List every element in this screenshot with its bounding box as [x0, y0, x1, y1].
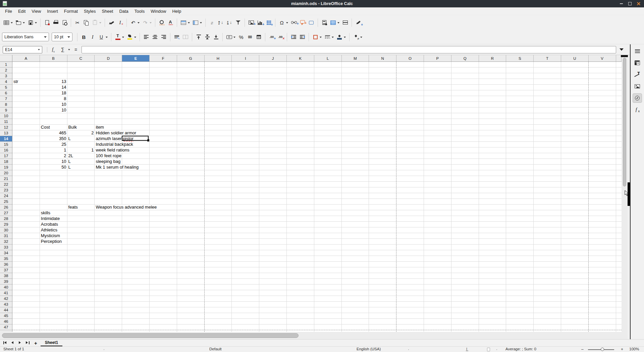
underline-dropdown[interactable] [106, 37, 108, 38]
row-header-40[interactable]: 40 [0, 284, 12, 290]
formula-icon[interactable]: = [74, 47, 77, 52]
row-header-32[interactable]: 32 [0, 239, 12, 245]
undo-button[interactable]: ↶ [129, 18, 141, 27]
row-header-26[interactable]: 26 [0, 205, 12, 210]
row-header-37[interactable]: 37 [0, 267, 12, 273]
row-header-30[interactable]: 30 [0, 227, 12, 233]
row-header-28[interactable]: 28 [0, 216, 12, 222]
row-header-21[interactable]: 21 [0, 176, 12, 182]
cell-B13[interactable]: 465 [40, 130, 67, 136]
format-currency-button[interactable] [225, 33, 236, 41]
row-header-9[interactable]: 9 [0, 107, 12, 113]
align-center-button[interactable] [151, 33, 159, 41]
freeze-panes-dropdown[interactable] [337, 22, 339, 24]
cell-B27[interactable]: skills [40, 210, 50, 216]
conditional-formatting-button[interactable] [352, 33, 363, 41]
row-header-35[interactable]: 35 [0, 256, 12, 262]
formula-input[interactable] [82, 46, 616, 53]
row-header-20[interactable]: 20 [0, 170, 12, 176]
draw-functions-button[interactable]: + [354, 18, 362, 27]
copy-button[interactable] [82, 18, 90, 27]
row-header-11[interactable]: 11 [0, 119, 12, 125]
column-header-V[interactable]: V [589, 55, 616, 61]
undo-dropdown[interactable] [138, 22, 140, 24]
row-header-42[interactable]: 42 [0, 296, 12, 302]
menu-tools[interactable]: Tools [131, 8, 148, 14]
center-vertically-button[interactable] [203, 33, 211, 41]
expand-formula-bar-icon[interactable] [620, 48, 624, 51]
column-header-L[interactable]: L [314, 55, 342, 61]
add-sheet-button[interactable]: + [34, 341, 37, 346]
row-header-18[interactable]: 18 [0, 159, 12, 165]
print-button[interactable] [52, 18, 60, 27]
cell-B12[interactable]: Cost [40, 125, 50, 130]
close-icon[interactable] [635, 1, 642, 7]
borders-dropdown[interactable] [320, 37, 322, 38]
chevron-down-icon[interactable] [68, 49, 70, 50]
menu-help[interactable]: Help [169, 8, 184, 14]
clear-formatting-button[interactable]: I [116, 18, 124, 27]
format-currency-dropdown[interactable] [233, 37, 235, 38]
fill-handle[interactable] [147, 139, 149, 141]
border-style-dropdown[interactable] [332, 37, 334, 38]
vertical-scrollbar-thumb[interactable] [623, 58, 626, 186]
cell-B5[interactable]: 14 [40, 85, 67, 90]
cell-B32[interactable]: Perception [40, 239, 62, 244]
column-header-K[interactable]: K [287, 55, 314, 61]
new-dropdown[interactable] [11, 22, 13, 24]
column-header-U[interactable]: U [561, 55, 589, 61]
zoom-slider-handle[interactable] [601, 348, 604, 351]
column-header-F[interactable]: F [150, 55, 177, 61]
sort-ascending-button[interactable] [217, 18, 225, 27]
cell-D17[interactable]: 100 feet rope [95, 153, 121, 159]
align-top-button[interactable] [195, 33, 203, 41]
row-header-36[interactable]: 36 [0, 262, 12, 267]
font-size-combo[interactable]: 10 pt [52, 33, 72, 41]
row-header-14[interactable]: 14 [0, 136, 12, 142]
row-header-4[interactable]: 4 [0, 79, 12, 85]
format-date-button[interactable] [255, 33, 263, 41]
menu-sheet[interactable]: Sheet [99, 8, 116, 14]
row-header-25[interactable]: 25 [0, 199, 12, 205]
row-header-2[interactable]: 2 [0, 68, 12, 73]
print-preview-button[interactable] [60, 18, 68, 27]
column-header-B[interactable]: B [40, 55, 67, 61]
cell-B28[interactable]: Intimidate [40, 216, 60, 221]
paste-button[interactable] [91, 18, 102, 27]
export-pdf-button[interactable] [43, 18, 51, 27]
cell-C18[interactable]: L [67, 159, 71, 164]
sheet-tab[interactable]: Sheet1 [41, 340, 62, 347]
align-left-button[interactable] [142, 33, 150, 41]
merge-cells-button[interactable] [181, 33, 190, 41]
increase-indent-button[interactable] [289, 33, 298, 41]
column-header-M[interactable]: M [342, 55, 369, 61]
row-header-7[interactable]: 7 [0, 96, 12, 102]
column-header-J[interactable]: J [259, 55, 287, 61]
cell-D19[interactable]: Mk 1 serum of healing [95, 165, 139, 170]
font-name-combo[interactable]: Liberation Sans [2, 33, 49, 41]
row-header-22[interactable]: 22 [0, 182, 12, 187]
border-style-button[interactable] [323, 33, 335, 41]
cell-C17[interactable]: 2L [67, 153, 73, 159]
row-header-1[interactable]: 1 [0, 62, 12, 68]
save-dropdown[interactable] [35, 22, 37, 24]
row-header-3[interactable]: 3 [0, 73, 12, 79]
row-header-33[interactable]: 33 [0, 245, 12, 250]
sidebar-tab-styles[interactable] [633, 70, 642, 79]
row-header-41[interactable]: 41 [0, 290, 12, 296]
special-character-dropdown[interactable] [286, 22, 288, 24]
special-character-button[interactable]: Ω [278, 18, 289, 27]
menu-window[interactable]: Window [148, 8, 169, 14]
clone-formatting-button[interactable] [107, 18, 115, 27]
spreadsheet-grid[interactable]: ABCDEFGHIJKLMNOPQRSTUV 12345678910111213… [0, 55, 622, 332]
column-header-O[interactable]: O [396, 55, 424, 61]
borders-button[interactable] [311, 33, 323, 41]
wrap-text-button[interactable] [173, 33, 181, 41]
row-header-24[interactable]: 24 [0, 193, 12, 199]
cell-B7[interactable]: 8 [40, 96, 67, 101]
decrease-indent-button[interactable] [298, 33, 306, 41]
cell-B18[interactable]: 10 [40, 159, 67, 164]
conditional-formatting-dropdown[interactable] [360, 37, 362, 38]
menu-view[interactable]: View [29, 8, 44, 14]
delete-decimal-button[interactable]: .00× [276, 33, 284, 41]
